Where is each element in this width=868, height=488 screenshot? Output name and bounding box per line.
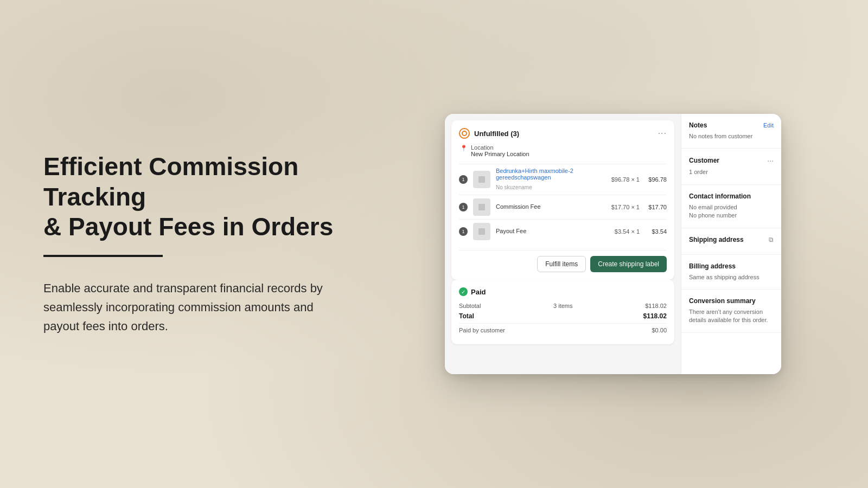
item-quantity-badge: 1 <box>459 227 468 236</box>
paid-header: Paid <box>459 287 667 296</box>
paid-card: Paid Subtotal 3 items $118.02 Total $118… <box>451 280 674 344</box>
item-name: Payout Fee <box>496 228 609 234</box>
total-row: Total $118.02 <box>459 312 667 320</box>
location-info: Location New Primary Location <box>471 144 529 157</box>
unfulfilled-card-header: Unfulfilled (3) ··· <box>459 128 667 139</box>
order-item: 1 Commission Fee $17.70 × 1 $17.70 <box>459 195 667 219</box>
item-sku: No skuzename <box>496 184 532 190</box>
customer-header: Customer ··· <box>689 156 774 165</box>
billing-address-section: Billing address Same as shipping address <box>681 255 781 290</box>
contact-header: Contact information <box>689 192 774 200</box>
svg-rect-1 <box>478 204 485 210</box>
customer-title: Customer <box>689 157 719 164</box>
subtotal-value: $118.02 <box>645 303 667 309</box>
item-price: $3.54 × 1 <box>615 228 640 235</box>
location-label: Location <box>471 144 529 151</box>
sidebar-panel: Notes Edit No notes from customer Custom… <box>681 114 781 374</box>
item-total: $17.70 <box>645 204 667 210</box>
item-thumbnail <box>473 223 490 240</box>
conversion-summary-header: Conversion summary <box>689 297 774 305</box>
shipping-address-header: Shipping address ⧉ <box>689 236 774 243</box>
subtotal-label: Subtotal <box>459 303 481 309</box>
paid-by-row: Paid by customer $0.00 <box>459 323 667 333</box>
paid-icon <box>459 287 468 296</box>
card-actions: Fulfill items Create shipping label <box>459 250 667 272</box>
location-name: New Primary Location <box>471 151 529 157</box>
total-label: Total <box>459 312 474 320</box>
contact-phone: No phone number <box>689 211 774 220</box>
contact-email: No email provided <box>689 203 774 211</box>
order-window: Unfulfilled (3) ··· 📍 Location New Prima… <box>445 114 781 374</box>
app-preview: Unfulfilled (3) ··· 📍 Location New Prima… <box>380 92 868 396</box>
title-line2: & Payout Fees in Orders <box>43 213 333 241</box>
billing-address-header: Billing address <box>689 262 774 270</box>
location-icon: 📍 <box>460 145 468 152</box>
conversion-summary-content: There aren't any conversion details avai… <box>689 308 774 325</box>
order-item: 1 Payout Fee $3.54 × 1 $3.54 <box>459 219 667 243</box>
item-price: $96.78 × 1 <box>611 176 640 183</box>
svg-rect-0 <box>478 176 485 183</box>
item-total: $3.54 <box>645 228 667 235</box>
main-order-panel: Unfulfilled (3) ··· 📍 Location New Prima… <box>445 114 681 374</box>
contact-section: Contact information No email provided No… <box>681 185 781 228</box>
create-shipping-label-button[interactable]: Create shipping label <box>590 256 667 272</box>
billing-address-title: Billing address <box>689 262 736 270</box>
unfulfilled-menu-btn[interactable]: ··· <box>658 129 667 138</box>
unfulfilled-header-left: Unfulfilled (3) <box>459 128 519 139</box>
item-name-link[interactable]: Bedrunka+Hirth maxmobile-2 gereedschapsw… <box>496 168 606 181</box>
item-info: Commission Fee <box>496 203 606 211</box>
notes-title: Notes <box>689 121 707 129</box>
paid-title: Paid <box>471 288 486 296</box>
copy-address-icon[interactable]: ⧉ <box>769 236 774 243</box>
subtotal-items: 3 items <box>553 303 572 309</box>
notes-content: No notes from customer <box>689 132 774 140</box>
item-thumbnail <box>473 171 490 188</box>
svg-rect-2 <box>478 228 485 235</box>
location-row: 📍 Location New Primary Location <box>459 144 667 157</box>
item-price: $17.70 × 1 <box>611 204 640 210</box>
hero-section: Efficient Commission Tracking & Payout F… <box>0 119 380 368</box>
customer-orders-count: 1 order <box>689 168 774 176</box>
item-thumbnail <box>473 198 490 216</box>
contact-title: Contact information <box>689 192 751 200</box>
billing-address-content: Same as shipping address <box>689 273 774 281</box>
subtotal-row: Subtotal 3 items $118.02 <box>459 303 667 309</box>
conversion-summary-title: Conversion summary <box>689 297 756 305</box>
item-quantity-badge: 1 <box>459 203 468 211</box>
fulfill-items-button[interactable]: Fulfill items <box>537 256 586 272</box>
paid-by-label: Paid by customer <box>459 327 505 333</box>
customer-section: Customer ··· 1 order <box>681 149 781 184</box>
item-info: Bedrunka+Hirth maxmobile-2 gereedschapsw… <box>496 168 606 191</box>
shipping-address-section: Shipping address ⧉ <box>681 228 781 255</box>
unfulfilled-card: Unfulfilled (3) ··· 📍 Location New Prima… <box>451 120 674 280</box>
total-value: $118.02 <box>643 312 667 320</box>
conversion-summary-section: Conversion summary There aren't any conv… <box>681 290 781 333</box>
paid-by-value: $0.00 <box>652 327 667 333</box>
item-total: $96.78 <box>645 176 667 183</box>
notes-edit-button[interactable]: Edit <box>763 122 774 129</box>
unfulfilled-icon-inner <box>462 131 467 136</box>
notes-header: Notes Edit <box>689 121 774 129</box>
customer-menu-btn[interactable]: ··· <box>767 156 774 165</box>
item-name: Commission Fee <box>496 203 606 210</box>
unfulfilled-icon <box>459 128 470 139</box>
title-line1: Efficient Commission Tracking <box>43 152 298 210</box>
hero-subtitle: Enable accurate and transparent financia… <box>43 279 336 336</box>
item-quantity-badge: 1 <box>459 175 468 184</box>
title-divider <box>43 255 163 257</box>
item-info: Payout Fee <box>496 228 609 235</box>
unfulfilled-title: Unfulfilled (3) <box>474 130 519 138</box>
hero-title: Efficient Commission Tracking & Payout F… <box>43 152 336 242</box>
order-item: 1 Bedrunka+Hirth maxmobile-2 gereedschap… <box>459 164 667 195</box>
notes-section: Notes Edit No notes from customer <box>681 114 781 149</box>
shipping-address-title: Shipping address <box>689 236 744 243</box>
